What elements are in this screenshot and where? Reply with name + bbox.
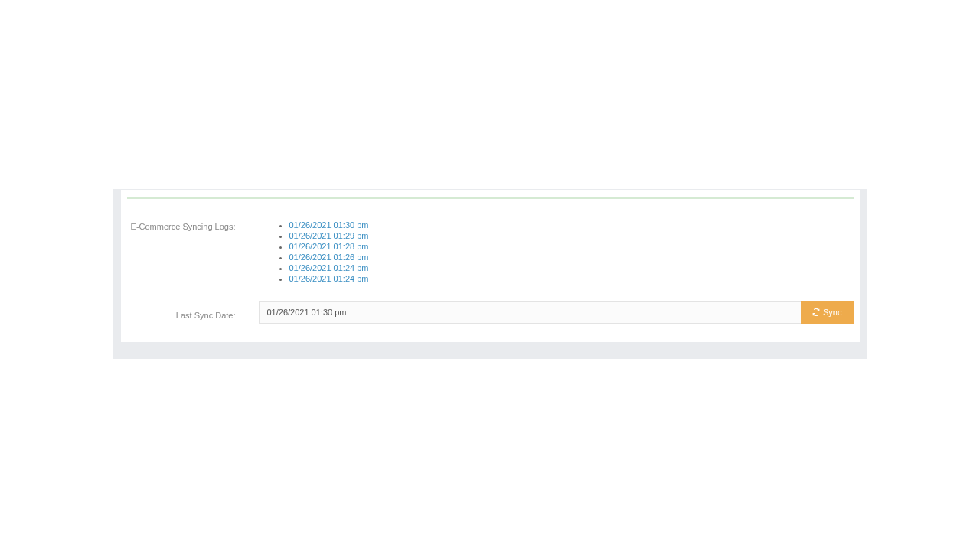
log-link[interactable]: 01/26/2021 01:30 pm — [289, 220, 369, 230]
log-list: 01/26/2021 01:30 pm 01/26/2021 01:29 pm … — [259, 220, 854, 284]
list-item: 01/26/2021 01:29 pm — [289, 230, 854, 241]
refresh-icon — [812, 308, 820, 316]
log-link[interactable]: 01/26/2021 01:24 pm — [289, 263, 369, 272]
divider-line — [127, 197, 854, 199]
list-item: 01/26/2021 01:30 pm — [289, 220, 854, 230]
sync-button-label: Sync — [823, 308, 841, 317]
log-link[interactable]: 01/26/2021 01:26 pm — [289, 253, 369, 262]
last-sync-content: Sync — [243, 301, 860, 324]
list-item: 01/26/2021 01:24 pm — [289, 273, 854, 284]
list-item: 01/26/2021 01:26 pm — [289, 252, 854, 262]
page-wrapper: E-Commerce Syncing Logs: 01/26/2021 01:3… — [0, 0, 980, 551]
syncing-logs-content: 01/26/2021 01:30 pm 01/26/2021 01:29 pm … — [243, 222, 860, 284]
log-link[interactable]: 01/26/2021 01:24 pm — [289, 274, 369, 283]
outer-container: E-Commerce Syncing Logs: 01/26/2021 01:3… — [113, 189, 867, 359]
inner-panel: E-Commerce Syncing Logs: 01/26/2021 01:3… — [121, 190, 860, 342]
syncing-logs-label: E-Commerce Syncing Logs: — [121, 222, 243, 231]
list-item: 01/26/2021 01:28 pm — [289, 241, 854, 252]
list-item: 01/26/2021 01:24 pm — [289, 262, 854, 273]
last-sync-input[interactable] — [259, 301, 802, 324]
last-sync-label: Last Sync Date: — [121, 305, 243, 320]
syncing-logs-row: E-Commerce Syncing Logs: 01/26/2021 01:3… — [121, 222, 860, 284]
input-group: Sync — [259, 301, 854, 324]
log-link[interactable]: 01/26/2021 01:29 pm — [289, 231, 369, 240]
log-link[interactable]: 01/26/2021 01:28 pm — [289, 242, 369, 251]
sync-button[interactable]: Sync — [801, 301, 853, 324]
last-sync-row: Last Sync Date: — [121, 301, 860, 324]
